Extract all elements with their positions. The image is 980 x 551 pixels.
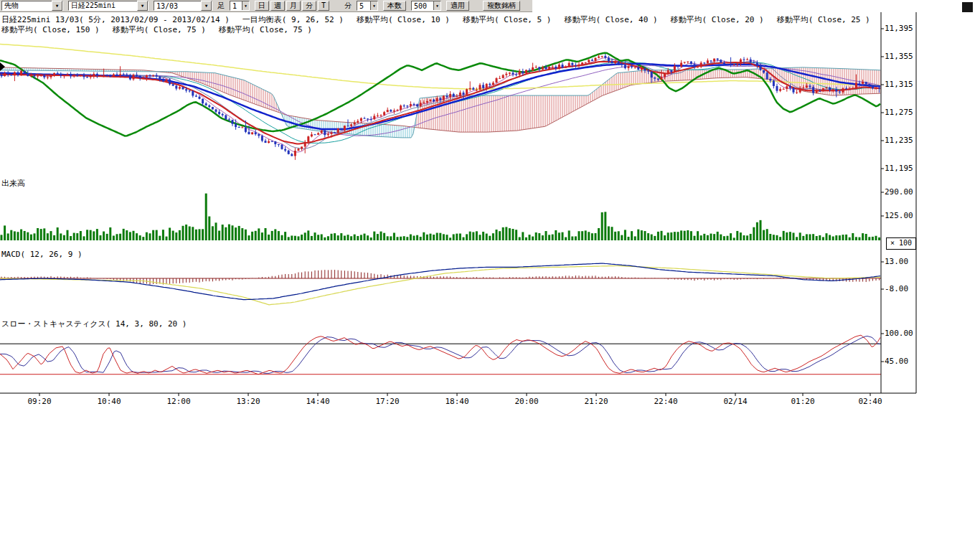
dropdown-arrow-icon[interactable]: ▼ <box>137 1 148 11</box>
multi-symbol-button[interactable]: 複数銘柄 <box>483 1 520 11</box>
contract-month-select[interactable]: 13/03 ▼ <box>154 1 212 11</box>
spinner-arrow-icon[interactable]: ▼ <box>242 1 249 10</box>
bar-type-label: 足 <box>217 1 225 11</box>
dropdown-arrow-icon[interactable]: ▼ <box>52 1 62 11</box>
spinner-arrow-icon[interactable]: ▼ <box>433 1 440 10</box>
instrument-type-value: 先物 <box>4 1 19 11</box>
volume-multiplier-badge: × 100 <box>886 237 916 250</box>
apply-button[interactable]: 適用 <box>446 1 469 11</box>
minute-label: 分 <box>344 1 352 11</box>
instrument-select[interactable]: 日経225mini ▼ <box>68 1 149 11</box>
period-button[interactable]: 週 <box>270 1 285 11</box>
dropdown-arrow-icon[interactable]: ▼ <box>201 1 212 11</box>
period-button[interactable]: 分 <box>302 1 316 11</box>
bar-interval-input[interactable]: 1 ▼ <box>230 1 250 11</box>
chart-application: 先物 ▼ 日経225mini ▼ 13/03 ▼ 足 1 ▼ 日週月分T 分 5… <box>0 0 980 551</box>
spinner-arrow-icon[interactable]: ▼ <box>370 1 377 10</box>
bar-count-input[interactable]: 500 ▼ <box>411 1 441 11</box>
instrument-value: 日経225mini <box>71 1 116 11</box>
bar-count-value: 500 <box>414 2 427 10</box>
instrument-type-select[interactable]: 先物 ▼ <box>1 1 63 11</box>
corner-scroll-button[interactable] <box>962 2 973 12</box>
bar-count-button[interactable]: 本数 <box>383 1 406 11</box>
period-button-group: 日週月分T <box>255 1 329 11</box>
period-button[interactable]: 日 <box>255 1 269 11</box>
period-button[interactable]: 月 <box>286 1 301 11</box>
period-button[interactable]: T <box>318 1 329 11</box>
minute-interval-input[interactable]: 5 ▼ <box>357 1 378 11</box>
bar-interval-value: 1 <box>232 2 237 10</box>
toolbar-strip: 先物 ▼ 日経225mini ▼ 13/03 ▼ 足 1 ▼ 日週月分T 分 5… <box>0 0 532 12</box>
chart-canvas[interactable] <box>0 0 980 551</box>
minute-interval-value: 5 <box>359 2 364 10</box>
contract-month-value: 13/03 <box>156 2 178 10</box>
toolbar: 先物 ▼ 日経225mini ▼ 13/03 ▼ 足 1 ▼ 日週月分T 分 5… <box>0 0 980 12</box>
